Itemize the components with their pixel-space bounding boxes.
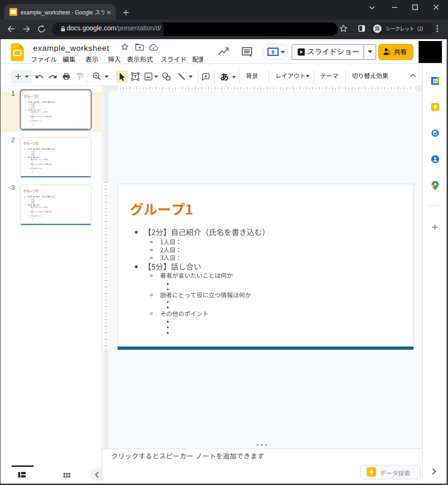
svg-text:31: 31 <box>434 79 437 83</box>
